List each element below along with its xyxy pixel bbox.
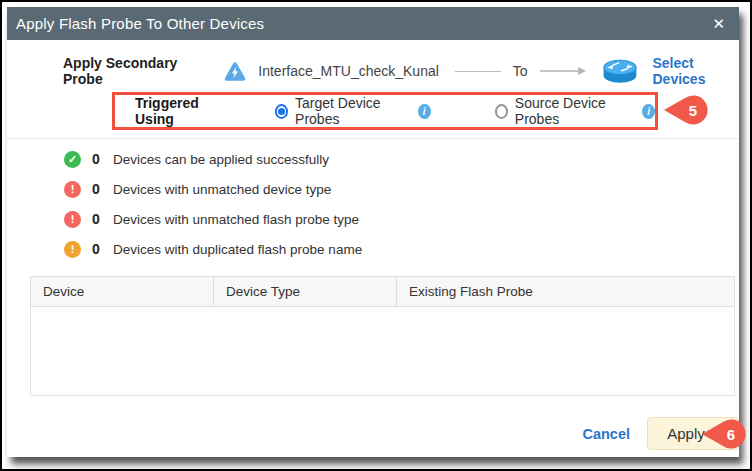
flash-probe-icon xyxy=(224,61,246,82)
error-icon: ! xyxy=(64,181,81,198)
apply-button-wrap: Apply 6 xyxy=(647,417,739,450)
connector-line xyxy=(455,71,501,72)
connector-arrow-icon xyxy=(540,66,586,76)
table-empty-body xyxy=(31,307,735,396)
screenshot-frame: Apply Flash Probe To Other Devices ✕ App… xyxy=(0,0,752,471)
status-count: 0 xyxy=(92,211,104,227)
section-divider xyxy=(7,138,739,139)
dialog-footer: Cancel Apply 6 xyxy=(7,417,739,450)
device-table: Device Device Type Existing Flash Probe xyxy=(30,276,735,396)
status-text: Devices can be applied successfully xyxy=(113,152,329,167)
triggered-using-section: Triggered Using Target Device Probes i S… xyxy=(7,92,739,130)
svg-text:5: 5 xyxy=(689,102,697,119)
status-count: 0 xyxy=(92,151,104,167)
status-row-duplicated-probe-name: ! 0 Devices with duplicated flash probe … xyxy=(64,234,739,264)
radio-source-device-probes[interactable]: Source Device Probes i xyxy=(495,95,655,127)
warning-icon: ! xyxy=(64,241,81,258)
error-icon: ! xyxy=(64,211,81,228)
status-text: Devices with unmatched flash probe type xyxy=(113,212,359,227)
probe-name: Interface_MTU_check_Kunal xyxy=(258,63,439,79)
router-icon xyxy=(600,57,640,86)
to-label: To xyxy=(513,63,528,79)
svg-text:6: 6 xyxy=(727,426,735,443)
radio-source-label: Source Device Probes xyxy=(515,95,633,127)
info-icon[interactable]: i xyxy=(418,104,431,119)
column-header-device: Device xyxy=(31,277,214,307)
cancel-button[interactable]: Cancel xyxy=(582,426,630,442)
radio-selected-icon xyxy=(275,104,288,119)
apply-secondary-probe-label: Apply Secondary Probe xyxy=(63,55,202,87)
status-row-unmatched-device-type: ! 0 Devices with unmatched device type xyxy=(64,174,739,204)
callout-5-badge: 5 xyxy=(664,94,710,126)
radio-target-label: Target Device Probes xyxy=(295,95,408,127)
table-empty-area xyxy=(31,307,735,396)
success-icon: ✓ xyxy=(64,151,81,168)
secondary-probe-row: Apply Secondary Probe Interface_MTU_chec… xyxy=(7,55,739,87)
radio-target-device-probes[interactable]: Target Device Probes i xyxy=(275,95,431,127)
dialog-title: Apply Flash Probe To Other Devices xyxy=(16,15,264,32)
radio-unselected-icon xyxy=(495,104,508,119)
dialog-titlebar: Apply Flash Probe To Other Devices ✕ xyxy=(7,7,739,40)
select-devices-link[interactable]: Select Devices xyxy=(653,55,740,87)
status-count: 0 xyxy=(92,181,104,197)
status-row-success: ✓ 0 Devices can be applied successfully xyxy=(64,144,739,174)
close-icon[interactable]: ✕ xyxy=(712,16,725,31)
status-row-unmatched-probe-type: ! 0 Devices with unmatched flash probe t… xyxy=(64,204,739,234)
triggered-using-label: Triggered Using xyxy=(135,95,227,127)
status-text: Devices with unmatched device type xyxy=(113,182,331,197)
info-icon[interactable]: i xyxy=(642,104,655,119)
table-header-row: Device Device Type Existing Flash Probe xyxy=(31,277,735,307)
status-summary-list: ✓ 0 Devices can be applied successfully … xyxy=(7,144,739,264)
column-header-device-type: Device Type xyxy=(214,277,397,307)
column-header-existing-flash-probe: Existing Flash Probe xyxy=(397,277,735,307)
callout-6-badge: 6 xyxy=(702,418,748,450)
status-text: Devices with duplicated flash probe name xyxy=(113,242,362,257)
status-count: 0 xyxy=(92,241,104,257)
triggered-using-highlight-box: Triggered Using Target Device Probes i S… xyxy=(112,92,658,130)
apply-flash-probe-dialog: Apply Flash Probe To Other Devices ✕ App… xyxy=(7,7,739,457)
